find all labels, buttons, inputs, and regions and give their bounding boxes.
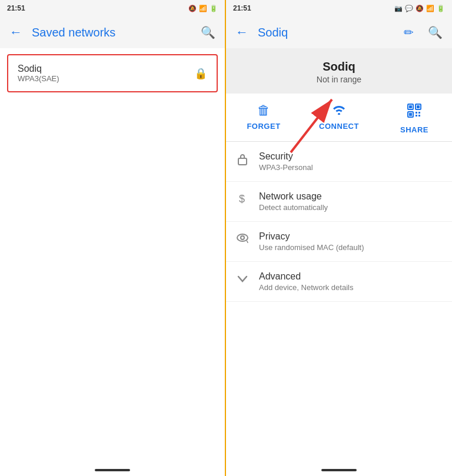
security-subtitle: WPA3-Personal [259, 163, 313, 172]
right-bell-icon: 🔕 [416, 5, 424, 12]
left-time: 21:51 [7, 4, 25, 12]
security-lock-icon [235, 152, 250, 168]
security-title: Security [259, 151, 313, 162]
svg-rect-2 [409, 105, 412, 108]
network-type: WPA3(SAE) [18, 74, 59, 83]
chevron-down-icon [235, 272, 250, 286]
dollar-icon: $ [235, 192, 250, 208]
privacy-content: Privacy Use randomised MAC (default) [259, 231, 364, 252]
network-usage-content: Network usage Detect automatically [259, 191, 328, 212]
detail-network-status: Not in range [235, 75, 443, 84]
msg-icon: 💬 [405, 5, 413, 12]
right-bottom-bar [226, 302, 452, 476]
right-status-bar: 21:51 📷 💬 🔕 📶 🔋 [226, 0, 452, 16]
left-page-title: Saved networks [32, 26, 191, 39]
privacy-row: Privacy Use randomised MAC (default) [226, 222, 452, 262]
svg-rect-4 [417, 105, 420, 108]
network-usage-title: Network usage [259, 191, 328, 202]
svg-rect-7 [416, 112, 417, 114]
action-buttons-row: 🗑 FORGET CONNECT [226, 94, 452, 142]
connect-button[interactable]: CONNECT [315, 103, 363, 134]
connect-label: CONNECT [319, 122, 359, 131]
network-usage-subtitle: Detect automatically [259, 203, 328, 212]
network-usage-row: $ Network usage Detect automatically [226, 182, 452, 222]
bell-mute-icon: 🔕 [188, 5, 197, 12]
advanced-subtitle: Add device, Network details [259, 283, 353, 292]
svg-point-15 [237, 234, 248, 241]
left-bottom-bar [0, 98, 225, 476]
qr-icon [407, 103, 422, 122]
left-status-icons: 🔕 📶 🔋 [188, 5, 218, 12]
battery-icon: 🔋 [210, 5, 218, 12]
right-battery-icon: 🔋 [437, 5, 445, 12]
svg-rect-13 [238, 158, 247, 165]
network-lock-icon: 🔒 [194, 67, 207, 80]
right-page-title: Sodiq [258, 26, 394, 39]
right-edit-button[interactable]: ✏ [399, 21, 418, 44]
security-content: Security WPA3-Personal [259, 151, 313, 172]
security-row: Security WPA3-Personal [226, 142, 452, 182]
advanced-content: Advanced Add device, Network details [259, 271, 353, 292]
share-label: SHARE [400, 125, 428, 134]
svg-text:$: $ [239, 193, 245, 205]
signal-icon: 📶 [199, 5, 207, 12]
eye-icon [235, 232, 250, 246]
privacy-subtitle: Use randomised MAC (default) [259, 243, 364, 252]
svg-rect-9 [416, 115, 417, 116]
right-time: 21:51 [233, 4, 251, 12]
right-home-indicator [321, 469, 357, 471]
wifi-icon [332, 103, 346, 118]
forget-button[interactable]: 🗑 FORGET [240, 103, 287, 134]
network-name: Sodiq [18, 64, 59, 74]
svg-point-0 [338, 113, 340, 115]
share-button[interactable]: SHARE [391, 103, 438, 134]
right-signal-icon: 📶 [426, 5, 434, 12]
svg-rect-10 [418, 115, 420, 116]
svg-rect-6 [409, 113, 412, 116]
action-buttons-wrapper: 🗑 FORGET CONNECT [226, 94, 452, 142]
right-top-bar: ← Sodiq ✏ 🔍 [226, 16, 452, 48]
right-search-button[interactable]: 🔍 [423, 21, 447, 44]
left-home-indicator [95, 469, 130, 471]
network-list-item[interactable]: Sodiq WPA3(SAE) 🔒 [7, 54, 218, 92]
network-detail-header: Sodiq Not in range [226, 48, 452, 94]
svg-point-16 [241, 236, 244, 239]
advanced-row[interactable]: Advanced Add device, Network details [226, 262, 452, 302]
forget-label: FORGET [247, 122, 280, 131]
left-panel: 21:51 🔕 📶 🔋 ← Saved networks 🔍 Sodiq WPA… [0, 0, 226, 476]
svg-rect-8 [418, 112, 420, 114]
left-top-bar: ← Saved networks 🔍 [0, 16, 225, 48]
right-status-icons: 📷 💬 🔕 📶 🔋 [394, 5, 445, 12]
camera-icon: 📷 [394, 5, 403, 12]
detail-network-name: Sodiq [235, 60, 443, 74]
right-panel: 21:51 📷 💬 🔕 📶 🔋 ← Sodiq ✏ 🔍 Sodiq Not in… [226, 0, 452, 476]
left-search-button[interactable]: 🔍 [196, 21, 220, 44]
network-item-info: Sodiq WPA3(SAE) [18, 64, 59, 83]
left-status-bar: 21:51 🔕 📶 🔋 [0, 0, 225, 16]
right-back-button[interactable]: ← [231, 20, 253, 45]
privacy-title: Privacy [259, 231, 364, 242]
left-back-button[interactable]: ← [5, 20, 27, 45]
forget-icon: 🗑 [257, 103, 270, 118]
advanced-title: Advanced [259, 271, 353, 282]
